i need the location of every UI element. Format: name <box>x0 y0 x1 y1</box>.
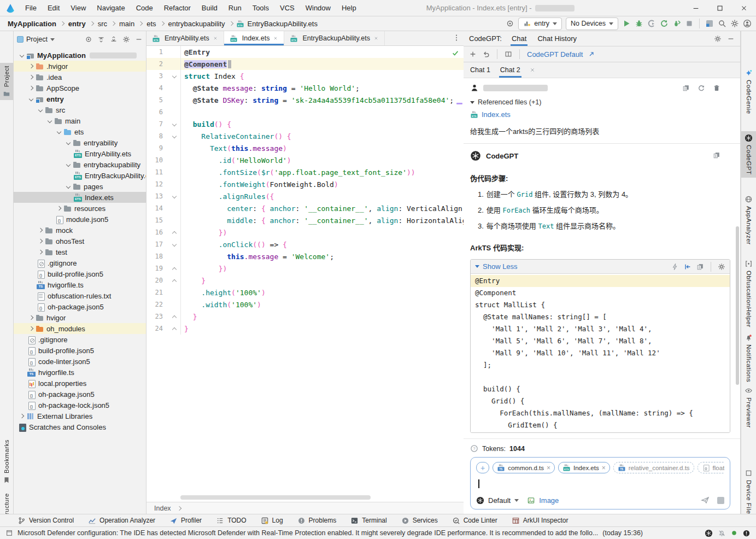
tree-item-external-libraries[interactable]: External Libraries <box>14 411 146 421</box>
fold-end-icon[interactable] <box>172 279 177 284</box>
code-line-18[interactable]: 18 this.message = 'Welcome'; <box>146 250 464 262</box>
referenced-files-toggle[interactable]: Referenced files (+1) <box>470 98 734 106</box>
menu-view[interactable]: View <box>66 2 90 14</box>
tree-item-entryability-ets[interactable]: EntryAbility.ets <box>14 148 146 159</box>
code-line-5[interactable]: 5 @State DSKey: string = 'sk-2a4a4a5539f… <box>146 94 464 106</box>
hide-panel-button[interactable] <box>135 36 143 43</box>
tool-button-previewer[interactable]: Previewer <box>741 384 756 431</box>
remove-chip-icon[interactable]: × <box>547 464 550 472</box>
layout-icon[interactable] <box>5 529 13 537</box>
preset-link[interactable]: CodeGPT Default <box>527 50 583 58</box>
project-view-select[interactable]: Project <box>17 36 55 43</box>
menu-code[interactable]: Code <box>132 2 157 14</box>
code-line-8[interactable]: 8 RelativeContainer() { <box>146 130 464 142</box>
editor-options-icon[interactable] <box>453 34 460 42</box>
send-button[interactable] <box>701 496 710 505</box>
tree-collapse-arrow-icon[interactable] <box>37 106 45 114</box>
delete-message-button[interactable] <box>713 84 720 92</box>
remove-chip-icon[interactable]: × <box>602 464 606 472</box>
tree-expand-arrow-icon[interactable] <box>55 204 63 213</box>
toolwindow-services[interactable]: Services <box>401 517 438 525</box>
tool-button-bookmarks[interactable]: Bookmarks <box>0 437 13 487</box>
referenced-file-link[interactable]: Index.ets <box>470 110 734 119</box>
new-chat-button[interactable] <box>469 50 477 58</box>
stop-generation-button[interactable] <box>717 497 724 504</box>
breadcrumb-item[interactable]: src <box>97 20 108 28</box>
fold-end-icon[interactable] <box>172 231 177 236</box>
toolwindow-version-control[interactable]: Version Control <box>17 517 74 525</box>
tree-item-hvigorfile-ts[interactable]: hvigorfile.ts <box>14 279 146 290</box>
tree-expand-arrow-icon[interactable] <box>37 226 45 235</box>
code-line-13[interactable]: 13 .alignRules({ <box>146 190 464 202</box>
run-button[interactable] <box>622 19 631 28</box>
model-select[interactable]: Default <box>488 496 511 505</box>
show-less-toggle[interactable]: Show Less <box>483 262 518 271</box>
tree-item-ets[interactable]: ets <box>14 126 146 137</box>
menu-edit[interactable]: Edit <box>43 2 64 14</box>
menu-build[interactable]: Build <box>197 2 222 14</box>
tree-item-test[interactable]: test <box>14 247 146 257</box>
tool-button-obfuscationhelper[interactable]: ObfuscationHelper <box>741 257 756 330</box>
tree-item-hvigorfile-ts[interactable]: hvigorfile.ts <box>14 367 146 378</box>
code-line-14[interactable]: 14 center: { anchor: '__container__', al… <box>146 202 464 214</box>
code-block-options-button[interactable] <box>718 263 725 271</box>
regenerate-button[interactable] <box>698 84 705 92</box>
copy-response-button[interactable] <box>713 151 720 159</box>
tree-item--idea[interactable]: .idea <box>14 72 146 83</box>
tree-item-oh-package-lock-json5[interactable]: oh-package-lock.json5 <box>14 400 146 411</box>
breadcrumb-item[interactable]: ets <box>145 20 157 28</box>
attach-debugger-button[interactable] <box>672 19 681 28</box>
code-line-2[interactable]: 2@Component <box>146 58 464 70</box>
tree-item-ohostest[interactable]: ohosTest <box>14 236 146 247</box>
code-line-21[interactable]: 21 .height('100%') <box>146 286 464 298</box>
context-chip-float-json[interactable]: float.json <box>698 462 724 473</box>
select-opened-file-button[interactable] <box>85 36 92 43</box>
tree-expand-arrow-icon[interactable] <box>27 73 36 81</box>
tree-item-oh-package-json5[interactable]: oh-package.json5 <box>14 301 146 312</box>
breadcrumb-item[interactable]: MyApplication <box>7 20 57 28</box>
tree-item-appscope[interactable]: AppScope <box>14 83 146 93</box>
fold-end-icon[interactable] <box>172 315 177 320</box>
tree-expand-arrow-icon[interactable] <box>27 84 36 92</box>
tree-item--gitignore[interactable]: .gitignore <box>14 334 146 345</box>
locate-icon[interactable] <box>506 19 514 28</box>
code-line-15[interactable]: 15 middle: { anchor: '__container__', al… <box>146 214 464 226</box>
tree-item-hvigor[interactable]: hvigor <box>14 312 146 323</box>
hide-codegpt-button[interactable] <box>727 35 735 43</box>
fold-start-icon[interactable] <box>172 242 177 247</box>
tool-button-codegenie[interactable]: CodeGenie <box>741 66 756 117</box>
tool-button-codegpt[interactable]: CodeGPT <box>741 131 756 178</box>
breadcrumb-item[interactable]: entry <box>67 20 87 28</box>
tree-collapse-arrow-icon[interactable] <box>18 51 26 60</box>
copy-message-button[interactable] <box>682 84 690 92</box>
notifications-muted-icon[interactable] <box>718 529 726 537</box>
code-line-11[interactable]: 11 .fontSize($r('app.float.page_text_fon… <box>146 166 464 178</box>
stop-button[interactable] <box>685 19 694 28</box>
prompt-input[interactable]: +common.d.ts×Index.ets×relative_containe… <box>470 457 730 509</box>
editor-tab-entryability-ets[interactable]: EntryAbility.ets <box>146 31 224 45</box>
tool-button-project[interactable]: Project <box>0 63 13 100</box>
code-area[interactable]: 1@Entry2@Component3struct Index {4 @Stat… <box>146 46 464 502</box>
tree-expand-arrow-icon[interactable] <box>37 237 45 245</box>
tree-item-scratches-and-consoles[interactable]: Scratches and Consoles <box>14 421 146 432</box>
code-line-17[interactable]: 17 .onClick(() => { <box>146 238 464 250</box>
split-view-button[interactable] <box>505 50 512 58</box>
chat-session-tab-chat-2[interactable]: Chat 2 <box>499 62 521 78</box>
codegpt-settings-button[interactable] <box>714 35 722 43</box>
chat-session-tab-chat-1[interactable]: Chat 1 <box>469 62 491 78</box>
editor-tab-entrybackupability-ets[interactable]: EntryBackupAbility.ets <box>284 31 384 45</box>
fold-start-icon[interactable] <box>172 194 177 198</box>
context-chip-common-d-ts[interactable]: common.d.ts× <box>493 462 555 473</box>
chat-scrollbar[interactable] <box>736 226 739 385</box>
menu-window[interactable]: Window <box>301 2 335 14</box>
maximize-button[interactable] <box>708 0 732 16</box>
tree-item-build-profile-json5[interactable]: build-profile.json5 <box>14 345 146 356</box>
fold-start-icon[interactable] <box>172 74 177 78</box>
tree-item--gitignore[interactable]: .gitignore <box>14 257 146 268</box>
menu-help[interactable]: Help <box>337 2 361 14</box>
expand-all-button[interactable] <box>97 36 105 43</box>
code-line-10[interactable]: 10 .id('HelloWorld') <box>146 154 464 166</box>
attach-image-button[interactable]: Image <box>539 496 559 505</box>
error-indicator-icon[interactable] <box>742 529 751 537</box>
fold-start-icon[interactable] <box>172 134 177 138</box>
